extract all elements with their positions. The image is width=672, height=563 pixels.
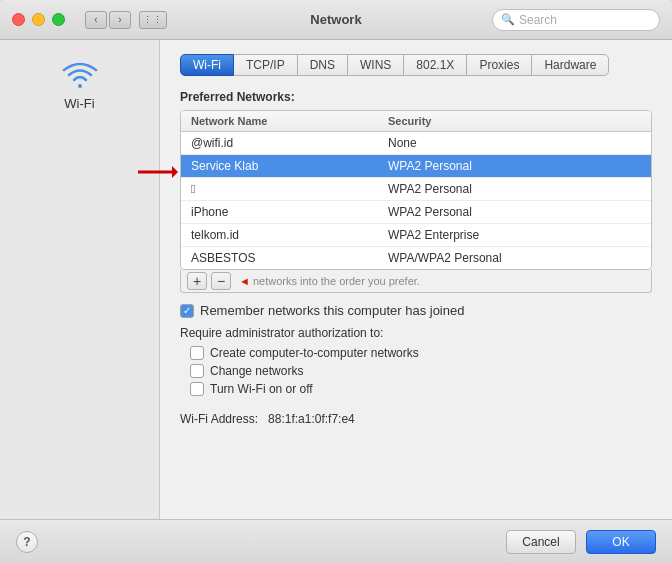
network-security: None (378, 132, 651, 155)
network-security: WPA/WPA2 Personal (378, 247, 651, 270)
toggle-label: Turn Wi-Fi on or off (210, 382, 313, 396)
change-checkbox[interactable] (190, 364, 204, 378)
back-button[interactable]: ‹ (85, 11, 107, 29)
sidebar: Wi-Fi (0, 40, 160, 519)
network-name: iPhone (181, 201, 378, 224)
remove-network-button[interactable]: − (211, 272, 231, 290)
grid-button[interactable]: ⋮⋮ (139, 11, 167, 29)
table-row[interactable]: telkom.id WPA2 Enterprise (181, 224, 651, 247)
table-row[interactable]:  WPA2 Personal (181, 178, 651, 201)
network-security: WPA2 Personal (378, 201, 651, 224)
tab-hardware[interactable]: Hardware (531, 54, 609, 76)
table-controls: + − ◄ networks into the order you prefer… (180, 270, 652, 293)
close-button[interactable] (12, 13, 25, 26)
titlebar: ‹ › ⋮⋮ Network 🔍 Search (0, 0, 672, 40)
tab-proxies[interactable]: Proxies (466, 54, 532, 76)
wifi-address-label: Wi-Fi Address: (180, 412, 258, 426)
search-placeholder: Search (519, 13, 557, 27)
wifi-icon (60, 60, 100, 92)
window: ‹ › ⋮⋮ Network 🔍 Search Wi-Fi (0, 0, 672, 563)
table-row[interactable]: iPhone WPA2 Personal (181, 201, 651, 224)
table-hint-text: networks into the order you prefer. (253, 275, 420, 287)
add-network-button[interactable]: + (187, 272, 207, 290)
help-button[interactable]: ? (16, 531, 38, 553)
bottom-actions: Cancel OK (506, 530, 656, 554)
network-table-outer: Network Name Security @wifi.id None Serv… (180, 110, 652, 293)
table-row[interactable]: ASBESTOS WPA/WPA2 Personal (181, 247, 651, 270)
wifi-label: Wi-Fi (64, 96, 94, 111)
remember-networks-row: ✓ Remember networks this computer has jo… (180, 303, 652, 318)
col-header-security: Security (378, 111, 651, 132)
checkmark-icon: ✓ (183, 305, 191, 316)
traffic-lights (12, 13, 65, 26)
wifi-address-value: 88:1f:a1:0f:f7:e4 (268, 412, 355, 426)
network-name: Service Klab (181, 155, 378, 178)
tab-dns[interactable]: DNS (297, 54, 348, 76)
toggle-checkbox[interactable] (190, 382, 204, 396)
preferred-networks-label: Preferred Networks: (180, 90, 652, 104)
table-row[interactable]: Service Klab WPA2 Personal (181, 155, 651, 178)
c2c-label: Create computer-to-computer networks (210, 346, 419, 360)
titlebar-nav: ‹ › (85, 11, 131, 29)
svg-marker-1 (172, 166, 178, 178)
table-hint: ◄ networks into the order you prefer. (239, 275, 420, 287)
ok-button[interactable]: OK (586, 530, 656, 554)
network-table-wrap: Network Name Security @wifi.id None Serv… (180, 110, 652, 270)
auth-option-change: Change networks (190, 364, 652, 378)
red-arrow (136, 162, 178, 182)
network-name: ASBESTOS (181, 247, 378, 270)
cancel-button[interactable]: Cancel (506, 530, 576, 554)
minimize-button[interactable] (32, 13, 45, 26)
network-name: @wifi.id (181, 132, 378, 155)
change-label: Change networks (210, 364, 303, 378)
forward-button[interactable]: › (109, 11, 131, 29)
window-title: Network (310, 12, 361, 27)
network-table: Network Name Security @wifi.id None Serv… (181, 111, 651, 269)
network-name:  (181, 178, 378, 201)
tab-tcpip[interactable]: TCP/IP (233, 54, 298, 76)
network-name: telkom.id (181, 224, 378, 247)
auth-option-toggle: Turn Wi-Fi on or off (190, 382, 652, 396)
auth-option-c2c: Create computer-to-computer networks (190, 346, 652, 360)
content: Wi-Fi Wi-Fi TCP/IP DNS WINS 802.1X Proxi… (0, 40, 672, 519)
wifi-section: Wi-Fi (60, 60, 100, 111)
remember-networks-label: Remember networks this computer has join… (200, 303, 464, 318)
search-icon: 🔍 (501, 13, 515, 26)
col-header-name: Network Name (181, 111, 378, 132)
auth-options: Create computer-to-computer networks Cha… (190, 346, 652, 396)
network-security: WPA2 Enterprise (378, 224, 651, 247)
remember-networks-checkbox[interactable]: ✓ (180, 304, 194, 318)
network-security: WPA2 Personal (378, 155, 651, 178)
c2c-checkbox[interactable] (190, 346, 204, 360)
table-row[interactable]: @wifi.id None (181, 132, 651, 155)
maximize-button[interactable] (52, 13, 65, 26)
search-box[interactable]: 🔍 Search (492, 9, 660, 31)
tab-8021x[interactable]: 802.1X (403, 54, 467, 76)
tab-wifi[interactable]: Wi-Fi (180, 54, 234, 76)
drag-hint-icon: ◄ (239, 275, 250, 287)
require-label: Require administrator authorization to: (180, 326, 652, 340)
network-security: WPA2 Personal (378, 178, 651, 201)
main-area: Wi-Fi TCP/IP DNS WINS 802.1X Proxies Har… (160, 40, 672, 519)
wifi-address-row: Wi-Fi Address: 88:1f:a1:0f:f7:e4 (180, 412, 652, 426)
bottom-bar: ? Cancel OK (0, 519, 672, 563)
tabs: Wi-Fi TCP/IP DNS WINS 802.1X Proxies Har… (180, 54, 652, 76)
tab-wins[interactable]: WINS (347, 54, 404, 76)
